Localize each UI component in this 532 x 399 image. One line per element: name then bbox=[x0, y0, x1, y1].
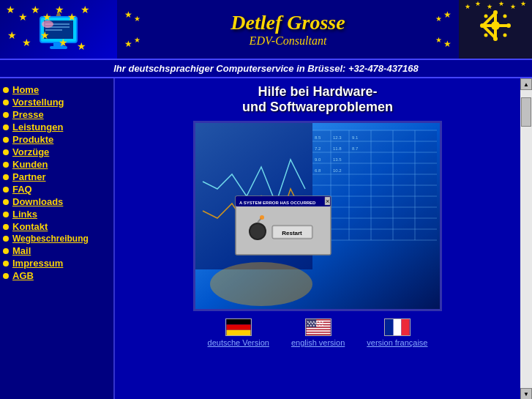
svg-rect-78 bbox=[306, 328, 330, 329]
nav-link-wegbeschreibung[interactable]: Wegbeschreibung bbox=[12, 234, 89, 244]
svg-rect-79 bbox=[306, 330, 330, 332]
main-layout: Home Vorstellung Presse Leistungen Produ… bbox=[0, 78, 532, 399]
svg-text:Restart: Restart bbox=[282, 230, 302, 236]
nav-bullet bbox=[3, 236, 9, 242]
header: ★ ★ ★ ★ ★ ★ ★ ★ ★ ★ ★ ★ bbox=[0, 0, 532, 59]
nav-bullet bbox=[3, 112, 9, 118]
lang-item-de[interactable]: deutsche Version bbox=[208, 318, 269, 347]
lang-label-de[interactable]: deutsche Version bbox=[208, 338, 269, 347]
screenshot-image: 8.5 12.3 9.1 7.2 11.8 8.7 9.0 13.5 6.8 1… bbox=[195, 123, 440, 309]
nav-link-produkte[interactable]: Produkte bbox=[12, 134, 53, 145]
nav-bullet bbox=[3, 162, 9, 168]
nav-link-agb[interactable]: AGB bbox=[12, 270, 34, 281]
flag-fr bbox=[384, 318, 411, 336]
nav-link-leistungen[interactable]: Leistungen bbox=[12, 122, 63, 133]
star-icon: ★ bbox=[435, 15, 442, 23]
lang-item-fr[interactable]: version française bbox=[367, 318, 427, 347]
nav-link-partner[interactable]: Partner bbox=[12, 171, 46, 182]
ornament-svg: ★ ★ ★ ★ ★ ★ bbox=[459, 0, 532, 59]
sidebar-item-links[interactable]: Links bbox=[3, 209, 110, 220]
sidebar-item-presse[interactable]: Presse bbox=[3, 109, 110, 120]
svg-point-19 bbox=[484, 15, 488, 18]
svg-rect-87 bbox=[401, 319, 409, 335]
svg-text:12.3: 12.3 bbox=[333, 135, 342, 140]
lang-label-us[interactable]: english version bbox=[291, 338, 345, 347]
content-heading: Hilfe bei Hardware- und Softwareprobleme… bbox=[242, 84, 393, 115]
star-icon: ★ bbox=[18, 11, 28, 23]
svg-rect-85 bbox=[385, 319, 393, 335]
sidebar-item-home[interactable]: Home bbox=[3, 84, 110, 95]
sidebar-item-agb[interactable]: AGB bbox=[3, 270, 110, 281]
svg-rect-86 bbox=[393, 319, 401, 335]
sidebar-item-wegbeschreibung[interactable]: Wegbeschreibung bbox=[3, 234, 110, 244]
star-icon: ★ bbox=[443, 10, 452, 20]
svg-point-15 bbox=[493, 10, 498, 15]
nav-link-home[interactable]: Home bbox=[12, 84, 39, 95]
svg-rect-7 bbox=[50, 46, 67, 49]
svg-point-18 bbox=[506, 23, 511, 28]
sidebar-item-vorstellung[interactable]: Vorstellung bbox=[3, 97, 110, 108]
nav-link-vorstellung[interactable]: Vorstellung bbox=[12, 97, 64, 108]
nav-bullet bbox=[3, 248, 9, 254]
tagline-bar: Ihr deutschsprachiger Computerservice in… bbox=[0, 59, 532, 78]
svg-rect-72 bbox=[226, 324, 250, 329]
sidebar-item-kontakt[interactable]: Kontakt bbox=[3, 221, 110, 232]
svg-text:★: ★ bbox=[498, 0, 504, 7]
svg-text:8.5: 8.5 bbox=[315, 135, 321, 140]
heading-line2: und Softwareproblemen bbox=[242, 100, 393, 115]
flag-de bbox=[225, 318, 252, 336]
svg-text:A SYSTEM ERROR HAS OCCURRED: A SYSTEM ERROR HAS OCCURRED bbox=[239, 201, 316, 205]
scrollbar-track[interactable] bbox=[520, 90, 532, 388]
tagline-text: Ihr deutschsprachiger Computerservice in… bbox=[113, 63, 345, 74]
svg-rect-73 bbox=[226, 330, 250, 335]
lang-item-us[interactable]: ★★★★★★ ★★★★★ ★★★★★★ english version bbox=[291, 318, 345, 347]
svg-rect-80 bbox=[306, 333, 330, 335]
nav-link-kunden[interactable]: Kunden bbox=[12, 159, 48, 170]
nav-bullet bbox=[3, 224, 9, 230]
svg-point-16 bbox=[493, 37, 498, 41]
svg-text:★★★★★★: ★★★★★★ bbox=[307, 324, 324, 327]
scrollbar-thumb[interactable] bbox=[521, 97, 531, 127]
svg-point-65 bbox=[250, 224, 265, 239]
nav-link-vorzuege[interactable]: Vorzüge bbox=[12, 146, 49, 157]
screenshot-container: 8.5 12.3 9.1 7.2 11.8 8.7 9.0 13.5 6.8 1… bbox=[193, 121, 442, 311]
sidebar-item-downloads[interactable]: Downloads bbox=[3, 196, 110, 207]
phone-number: +32-478-437168 bbox=[348, 63, 419, 74]
scroll-down-button[interactable]: ▼ bbox=[520, 388, 532, 399]
lang-label-fr[interactable]: version française bbox=[367, 338, 427, 347]
star-icon: ★ bbox=[134, 36, 141, 44]
sidebar-item-leistungen[interactable]: Leistungen bbox=[3, 122, 110, 133]
scrollbar: ▲ ▼ bbox=[520, 78, 532, 399]
nav-link-presse[interactable]: Presse bbox=[12, 109, 44, 120]
nav-bullet bbox=[3, 212, 9, 217]
nav-link-impressum[interactable]: Impressum bbox=[12, 258, 63, 269]
star-icon: ★ bbox=[6, 4, 15, 15]
sidebar-item-vorzuege[interactable]: Vorzüge bbox=[3, 146, 110, 157]
header-logo: ★ ★ ★ ★ ★ ★ ★ ★ ★ ★ ★ ★ bbox=[0, 0, 117, 59]
sidebar-item-mail[interactable]: Mail bbox=[3, 245, 110, 256]
star-icon: ★ bbox=[435, 36, 442, 44]
star-icon: ★ bbox=[134, 15, 141, 23]
scroll-up-button[interactable]: ▲ bbox=[520, 78, 532, 90]
computer-icon bbox=[29, 6, 88, 53]
sidebar-item-partner[interactable]: Partner bbox=[3, 171, 110, 182]
nav-link-kontakt[interactable]: Kontakt bbox=[12, 221, 48, 232]
nav-link-faq[interactable]: FAQ bbox=[12, 184, 32, 195]
sidebar-item-impressum[interactable]: Impressum bbox=[3, 258, 110, 269]
nav-link-downloads[interactable]: Downloads bbox=[12, 196, 63, 207]
nav-bullet bbox=[3, 100, 9, 105]
nav-link-mail[interactable]: Mail bbox=[12, 245, 31, 256]
svg-point-17 bbox=[480, 23, 484, 28]
sidebar-item-faq[interactable]: FAQ bbox=[3, 184, 110, 195]
svg-text:6.8: 6.8 bbox=[315, 168, 321, 173]
sidebar-item-kunden[interactable]: Kunden bbox=[3, 159, 110, 170]
svg-rect-71 bbox=[226, 319, 250, 324]
star-icon: ★ bbox=[124, 39, 132, 49]
nav-bullet bbox=[3, 149, 9, 155]
nav-link-links[interactable]: Links bbox=[12, 209, 37, 220]
svg-text:13.5: 13.5 bbox=[333, 157, 342, 162]
sidebar: Home Vorstellung Presse Leistungen Produ… bbox=[0, 78, 113, 399]
sidebar-item-produkte[interactable]: Produkte bbox=[3, 134, 110, 145]
site-subtitle: EDV-Consultant bbox=[121, 34, 455, 48]
svg-point-22 bbox=[503, 34, 507, 37]
